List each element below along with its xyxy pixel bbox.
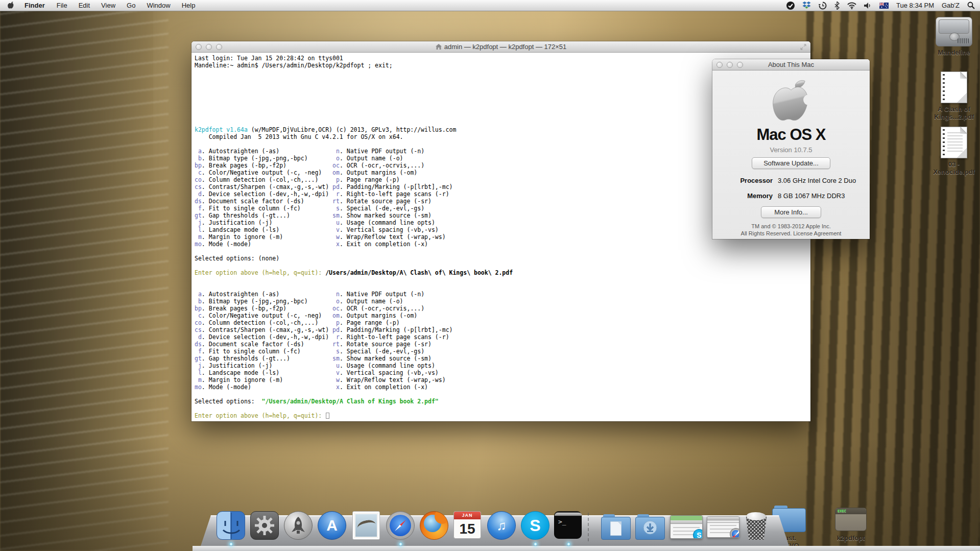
about-titlebar[interactable]: About This Mac — [712, 59, 870, 70]
wifi-icon[interactable] — [847, 2, 856, 9]
dock-item-trash[interactable] — [742, 511, 774, 541]
terminal-menu-row: mo. Mode (-mode) x. Exit on completion (… — [195, 384, 810, 391]
terminal-app-icon: >_ — [554, 511, 582, 539]
window-thumbnail-icon: S — [670, 515, 703, 539]
terminal-titlebar[interactable]: admin — k2pdfopt — k2pdfopt — 172×51 — [192, 41, 810, 53]
checkmark-menu-icon[interactable] — [786, 2, 795, 10]
dock-item-safari-minimized-window[interactable] — [707, 511, 740, 541]
dock-item-itunes[interactable]: ♫ — [487, 511, 517, 541]
calendar-day: 15 — [454, 519, 481, 539]
stamp-icon — [352, 511, 380, 540]
window-thumbnail-icon — [707, 516, 739, 538]
menu-bar: Finder File Edit View Go Window Help — [0, 0, 980, 11]
bluetooth-icon[interactable] — [834, 2, 840, 10]
close-button[interactable] — [196, 44, 202, 50]
desktop: Finder File Edit View Go Window Help — [0, 0, 980, 551]
itunes-glyph: ♫ — [496, 518, 507, 534]
menu-item-help[interactable]: Help — [176, 0, 201, 11]
spotlight-icon[interactable] — [967, 2, 975, 9]
memory-value: 8 GB 1067 MHz DDR3 — [778, 192, 845, 200]
processor-label: Processor — [712, 177, 773, 184]
appstore-glyph: A — [326, 517, 338, 534]
terminal-line — [195, 283, 810, 291]
os-name: Mac OS X — [712, 126, 870, 144]
desktop-icon-clash-of-kings-pdf[interactable]: A Clash of Kings...2.pdf — [931, 71, 976, 121]
pdf-document-icon — [941, 71, 967, 103]
home-icon — [436, 44, 442, 50]
dock-item-skype[interactable]: S — [521, 511, 551, 541]
menu-item-view[interactable]: View — [95, 0, 121, 11]
os-version: Version 10.7.5 — [712, 146, 870, 154]
safari-badge-icon — [730, 528, 739, 538]
desktop-icon-k2pdfopt-executable[interactable]: EXEC k2pdfopt — [832, 508, 869, 542]
menu-user-name[interactable]: Gab'Z — [942, 2, 960, 9]
desktop-icon-label: k2pdfopt — [832, 534, 869, 542]
menu-item-window[interactable]: Window — [141, 0, 176, 11]
terminal-line — [195, 276, 810, 283]
terminal-menu-row: mo. Mode (-mode) x. Exit on completion (… — [195, 241, 810, 248]
running-indicator-safari — [399, 542, 402, 546]
dock-item-mail[interactable] — [352, 511, 382, 541]
fullscreen-icon[interactable] — [800, 44, 806, 50]
desktop-icon-mandeline-drive[interactable]: Mandeline — [931, 17, 976, 56]
terminal-menu-row: d. Device selection (-dev,-h,-w,-dpi) r.… — [195, 333, 810, 341]
zoom-button[interactable] — [216, 44, 222, 50]
wallpaper-cliff-left — [0, 0, 169, 551]
terminal-menu-row: b. Bitmap type (-jpg,-png,-bpc) o. Outpu… — [195, 298, 810, 305]
dock-item-terminal[interactable]: >_ — [554, 511, 584, 541]
desktop-icon-xenocide-pdf[interactable]: 03 - Xenocide.pdf — [931, 127, 976, 176]
terminal-menu-row: cs. Contrast/Sharpen (-cmax,-g,-s,-wt) p… — [195, 326, 810, 333]
terminal-menu-row: c. Color/Negative output (-c, -neg) om. … — [195, 312, 810, 319]
desktop-icon-label: 03 - — [931, 160, 976, 168]
terminal-line — [195, 262, 810, 269]
exec-badge: EXEC — [835, 508, 866, 514]
minimize-button[interactable] — [727, 62, 733, 68]
processor-value: 3.06 GHz Intel Core 2 Duo — [778, 177, 856, 184]
terminal-line — [195, 405, 810, 412]
dock-item-safari[interactable] — [386, 511, 416, 541]
calendar-icon: JAN 15 — [453, 511, 481, 539]
terminal-menu-row: co. Column detection (-col,-ch,...) p. P… — [195, 319, 810, 326]
terminal-cursor — [326, 413, 329, 419]
more-info-button[interactable]: More Info... — [761, 206, 821, 218]
minimize-button[interactable] — [206, 44, 212, 50]
desktop-icon-label: Mandeline — [931, 49, 976, 56]
menu-item-file[interactable]: File — [51, 0, 73, 11]
menu-item-finder[interactable]: Finder — [18, 0, 51, 11]
terminal-menu-row: a. Autostraighten (-as) n. Native PDF ou… — [195, 291, 810, 298]
menu-item-edit[interactable]: Edit — [73, 0, 95, 11]
dock-item-firefox[interactable] — [420, 511, 449, 541]
running-indicator-terminal — [567, 542, 570, 546]
terminal-menu-row: l. Landscape mode (-ls) v. Vertical spac… — [195, 369, 810, 376]
desktop-icon-label: Kings...2.pdf — [931, 113, 976, 121]
terminal-menu-row: j. Justification (-j) u. Usage (command … — [195, 362, 810, 369]
dropbox-icon[interactable] — [802, 2, 811, 9]
software-update-button[interactable]: Software Update... — [752, 157, 830, 169]
menu-item-go[interactable]: Go — [121, 0, 141, 11]
folder-document-icon — [601, 514, 631, 540]
time-machine-icon[interactable] — [819, 2, 827, 10]
window-title: admin — k2pdfopt — k2pdfopt — 172×51 — [444, 43, 567, 51]
dock-item-documents-folder[interactable] — [601, 511, 631, 541]
dock-item-ical[interactable]: JAN 15 — [453, 511, 483, 541]
dock-item-launchpad[interactable] — [284, 511, 314, 541]
dock-item-finder[interactable] — [217, 511, 246, 541]
terminal-line — [195, 391, 810, 398]
dock-item-system-preferences[interactable] — [250, 511, 280, 541]
dock-item-downloads-folder[interactable] — [635, 511, 665, 541]
dock-item-skype-minimized-window[interactable]: S — [670, 511, 704, 541]
compass-icon — [386, 511, 415, 540]
running-indicator-finder — [229, 542, 233, 546]
volume-icon[interactable] — [864, 2, 872, 9]
gear-icon — [250, 511, 279, 540]
terminal-glyph: >_ — [558, 518, 566, 525]
menu-clock[interactable]: Tue 8:34 PM — [896, 2, 934, 9]
apple-menu-icon[interactable] — [0, 2, 18, 10]
dock-item-app-store[interactable]: A — [318, 511, 347, 541]
terminal-menu-row: gt. Gap thresholds (-gt...) sm. Show mar… — [195, 355, 810, 362]
terminal-prompt-line: Enter option above (h=help, q=quit): /Us… — [195, 269, 810, 276]
keyboard-flag-au-icon[interactable] — [879, 3, 889, 9]
rights-line: All Rights Reserved. License Agreement — [712, 230, 870, 236]
close-button[interactable] — [716, 62, 723, 68]
zoom-button[interactable] — [737, 62, 743, 68]
